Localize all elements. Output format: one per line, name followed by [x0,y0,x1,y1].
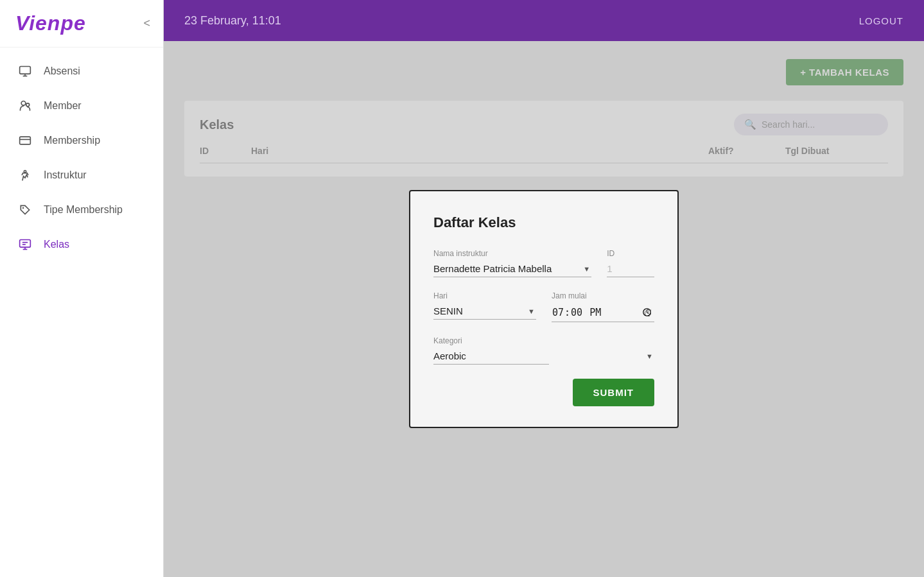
hari-select-wrapper: SENIN SELASA RABU KAMIS JUMAT SABTU MING… [433,303,536,320]
card-icon [18,133,32,148]
kelas-icon [18,237,32,252]
jam-label: Jam mulai [552,291,654,300]
run-icon [18,168,32,182]
sidebar-label-membership: Membership [44,135,100,146]
svg-point-3 [21,101,26,106]
sidebar-toggle-button[interactable]: < [143,17,150,30]
form-row-instruktur: Nama instruktur Bernadette Patricia Mabe… [433,249,654,277]
svg-rect-0 [20,67,31,74]
sidebar-label-kelas: Kelas [44,239,69,250]
sidebar: Vienpe < Absensi Member Membership [0,0,164,577]
kategori-select-wrapper: Aerobic Yoga Zumba Pilates [433,348,654,365]
instruktur-label: Nama instruktur [433,249,591,258]
form-row-hari: Hari SENIN SELASA RABU KAMIS JUMAT SABTU… [433,291,654,323]
sidebar-item-absensi[interactable]: Absensi [0,54,163,89]
sidebar-label-member: Member [44,100,82,112]
sidebar-nav: Absensi Member Membership Instruktur Tip [0,47,163,268]
form-group-kategori: Kategori Aerobic Yoga Zumba Pilates [433,336,654,365]
sidebar-item-membership[interactable]: Membership [0,123,163,158]
form-group-jam: Jam mulai [552,291,654,323]
kategori-select[interactable]: Aerobic Yoga Zumba Pilates [433,348,549,365]
sidebar-label-tipe-membership: Tipe Membership [44,204,123,216]
sidebar-item-instruktur[interactable]: Instruktur [0,158,163,193]
sidebar-label-absensi: Absensi [44,65,80,77]
app-logo: Vienpe [15,12,86,35]
id-label: ID [607,249,654,258]
kategori-label: Kategori [433,336,654,345]
id-input[interactable] [607,261,654,277]
form-group-id: ID [607,249,654,277]
sidebar-item-kelas[interactable]: Kelas [0,227,163,262]
people-icon [18,99,32,113]
jam-input-wrapper [552,303,654,323]
jam-input[interactable] [552,303,654,323]
modal-title: Daftar Kelas [433,214,654,231]
tag-icon [18,203,32,217]
main-area: 23 February, 11:01 LOGOUT + TAMBAH KELAS… [164,0,924,577]
form-group-hari: Hari SENIN SELASA RABU KAMIS JUMAT SABTU… [433,291,536,323]
submit-button[interactable]: SUBMIT [573,379,655,406]
logout-button[interactable]: LOGOUT [859,15,903,26]
content-area: + TAMBAH KELAS Kelas 🔍 ID Hari Aktif? Tg… [164,41,924,577]
svg-point-8 [22,207,24,209]
sidebar-item-member[interactable]: Member [0,89,163,123]
topbar: 23 February, 11:01 LOGOUT [164,0,924,41]
hari-label: Hari [433,291,536,300]
svg-rect-5 [20,137,31,144]
sidebar-item-tipe-membership[interactable]: Tipe Membership [0,193,163,227]
topbar-date: 23 February, 11:01 [184,14,281,28]
sidebar-label-instruktur: Instruktur [44,169,87,181]
modal: Daftar Kelas Nama instruktur Bernadette … [409,190,679,429]
instruktur-select[interactable]: Bernadette Patricia Mabella [433,261,591,277]
form-group-instruktur: Nama instruktur Bernadette Patricia Mabe… [433,249,591,277]
sidebar-logo: Vienpe < [0,0,163,47]
svg-point-7 [24,171,26,173]
modal-overlay: Daftar Kelas Nama instruktur Bernadette … [164,41,924,577]
modal-actions: SUBMIT [433,379,654,406]
hari-select[interactable]: SENIN SELASA RABU KAMIS JUMAT SABTU MING… [433,303,536,320]
monitor-icon [18,64,32,78]
svg-point-4 [26,103,30,107]
instruktur-select-wrapper: Bernadette Patricia Mabella [433,261,591,277]
svg-rect-9 [20,240,31,248]
